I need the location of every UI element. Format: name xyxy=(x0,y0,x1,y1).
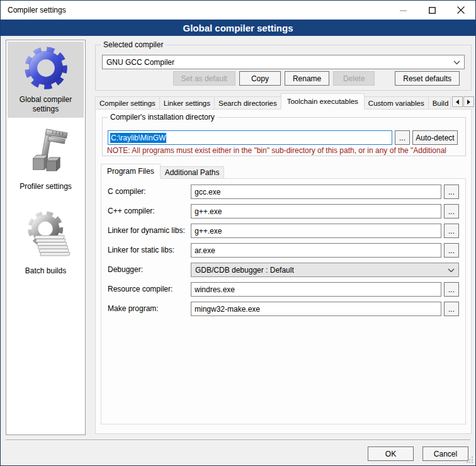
sidebar-item-global-compiler-settings[interactable]: Global compiler settings xyxy=(8,42,84,118)
maximize-button[interactable] xyxy=(417,1,446,20)
copy-button[interactable]: Copy xyxy=(239,71,281,86)
tab-compiler-settings[interactable]: Compiler settings xyxy=(95,96,160,110)
tab-scroll-left-icon xyxy=(456,99,459,105)
linker-dynamic-label: Linker for dynamic libs: xyxy=(108,226,185,235)
settings-category-list: Global compiler settings xyxy=(6,40,86,435)
debugger-label: Debugger: xyxy=(108,265,143,274)
linker-static-browse-button[interactable]: ... xyxy=(444,243,459,258)
gray-gear-stack-icon xyxy=(9,208,82,264)
blue-gear-icon xyxy=(9,45,82,93)
close-button[interactable] xyxy=(446,1,475,20)
page-title: Global compiler settings xyxy=(1,20,475,36)
cancel-button[interactable]: Cancel xyxy=(422,446,468,461)
linker-dynamic-input[interactable] xyxy=(191,224,441,238)
field-row-make-program: Make program: ... xyxy=(108,302,459,316)
tab-search-directories[interactable]: Search directories xyxy=(214,96,281,110)
field-row-cpp-compiler: C++ compiler: ... xyxy=(108,204,459,219)
caliper-icon xyxy=(9,126,82,179)
toolchain-executables-page: Compiler's installation directory C:\ray… xyxy=(95,109,472,434)
cpp-compiler-label: C++ compiler: xyxy=(108,207,155,215)
settings-tab-bar: Compiler settings Linker settings Search… xyxy=(95,93,474,110)
resource-compiler-browse-button[interactable]: ... xyxy=(444,282,459,297)
program-files-page: C compiler: ... C++ compiler: ... Linker… xyxy=(101,178,466,424)
compiler-select[interactable]: GNU GCC Compiler xyxy=(102,55,465,69)
ok-button[interactable]: OK xyxy=(368,446,414,461)
tab-scroll-right-button[interactable] xyxy=(463,96,474,107)
cpp-compiler-input[interactable] xyxy=(191,204,441,219)
field-row-linker-static: Linker for static libs: ... xyxy=(108,243,459,258)
bin-subdirectory-note: NOTE: All programs must exist either in … xyxy=(107,146,470,155)
sidebar-item-label: Profiler settings xyxy=(20,182,72,191)
sidebar-item-batch-builds[interactable]: Batch builds xyxy=(8,205,84,280)
tab-build-options[interactable]: Build options xyxy=(428,96,451,110)
window-title: Compiler settings xyxy=(1,6,66,14)
set-as-default-button: Set as default xyxy=(173,71,235,86)
field-row-c-compiler: C compiler: ... xyxy=(108,185,459,199)
sidebar-item-profiler-settings[interactable]: Profiler settings xyxy=(8,123,84,195)
dialog-buttons: OK Cancel xyxy=(368,446,468,461)
tab-scroll-right-icon xyxy=(467,99,470,105)
compiler-action-buttons: Set as default Copy Rename Delete Reset … xyxy=(173,71,460,86)
tab-scroll-left-button[interactable] xyxy=(452,96,463,107)
selected-compiler-group: Selected compiler GNU GCC Compiler Set a… xyxy=(95,45,472,91)
install-dir-browse-button[interactable]: ... xyxy=(395,130,410,145)
footer-separator xyxy=(6,440,470,441)
auto-detect-button[interactable]: Auto-detect xyxy=(412,130,458,145)
compiler-settings-dialog: Compiler settings Global compiler settin… xyxy=(0,0,476,466)
field-row-linker-dynamic: Linker for dynamic libs: ... xyxy=(108,224,459,238)
tab-toolchain-executables[interactable]: Toolchain executables xyxy=(281,93,365,110)
install-dir-input[interactable]: C:\raylib\MinGW xyxy=(108,130,392,145)
title-bar: Compiler settings xyxy=(1,1,475,20)
c-compiler-browse-button[interactable]: ... xyxy=(444,185,459,199)
tab-scroll-arrows xyxy=(452,96,474,107)
reset-defaults-button[interactable]: Reset defaults xyxy=(395,71,460,86)
subtab-program-files[interactable]: Program Files xyxy=(101,164,161,179)
resource-compiler-input[interactable] xyxy=(191,282,441,297)
window-controls xyxy=(388,1,475,20)
sidebar-item-label: Global compiler settings xyxy=(20,95,72,113)
make-program-input[interactable] xyxy=(191,302,441,316)
cpp-compiler-browse-button[interactable]: ... xyxy=(444,204,459,219)
minimize-icon xyxy=(400,7,407,14)
installation-directory-group-label: Compiler's installation directory xyxy=(108,113,217,122)
field-row-debugger: Debugger: GDB/CDB debugger : Default xyxy=(108,263,459,277)
tab-linker-settings[interactable]: Linker settings xyxy=(159,96,215,110)
field-row-resource-compiler: Resource compiler: ... xyxy=(108,282,459,297)
sidebar-item-label: Batch builds xyxy=(25,266,66,275)
tab-custom-variables[interactable]: Custom variables xyxy=(364,96,429,110)
subtab-additional-paths[interactable]: Additional Paths xyxy=(160,166,225,179)
make-program-browse-button[interactable]: ... xyxy=(444,302,459,316)
make-program-label: Make program: xyxy=(108,304,159,313)
compiler-select-value: GNU GCC Compiler xyxy=(106,58,174,67)
close-icon xyxy=(457,6,465,14)
install-dir-selected-text: C:\raylib\MinGW xyxy=(110,133,166,143)
debugger-select[interactable]: GDB/CDB debugger : Default xyxy=(191,263,459,277)
linker-dynamic-browse-button[interactable]: ... xyxy=(444,224,459,238)
resize-grip[interactable] xyxy=(465,455,473,463)
program-files-tab-bar: Program Files Additional Paths xyxy=(101,164,224,179)
c-compiler-input[interactable] xyxy=(191,185,441,199)
maximize-icon xyxy=(429,7,436,14)
chevron-down-icon xyxy=(453,58,460,67)
linker-static-input[interactable] xyxy=(191,243,441,258)
delete-button: Delete xyxy=(333,71,375,86)
debugger-select-value: GDB/CDB debugger : Default xyxy=(195,266,294,275)
linker-static-label: Linker for static libs: xyxy=(108,246,174,254)
selected-compiler-group-label: Selected compiler xyxy=(101,40,166,49)
minimize-button[interactable] xyxy=(388,1,417,20)
rename-button[interactable]: Rename xyxy=(285,71,329,86)
resource-compiler-label: Resource compiler: xyxy=(108,285,173,293)
chevron-down-icon xyxy=(448,266,455,275)
c-compiler-label: C compiler: xyxy=(108,187,146,196)
